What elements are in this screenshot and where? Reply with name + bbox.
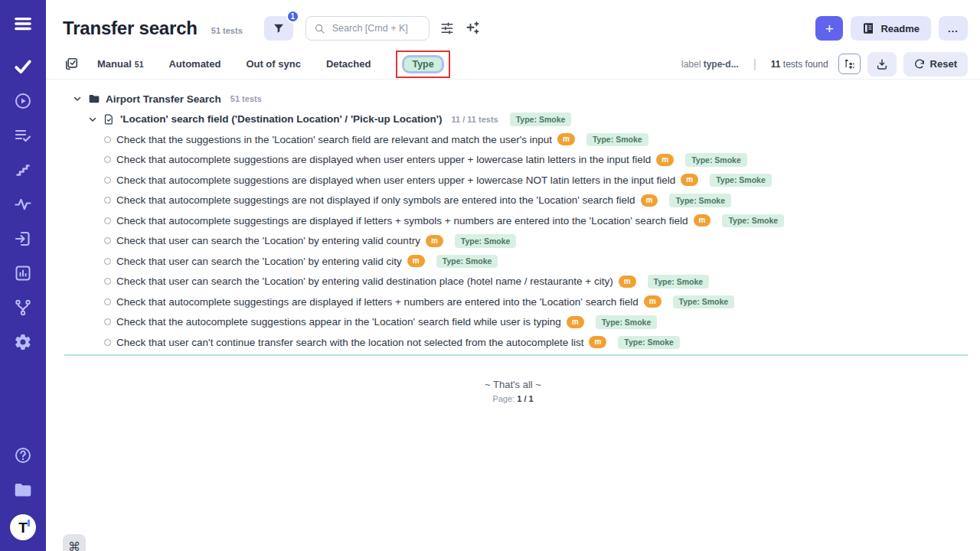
download-button[interactable] (867, 52, 897, 77)
test-case-row[interactable]: Check that autocomplete suggestings are … (46, 191, 980, 211)
type-smoke-badge: Type: Smoke (455, 234, 517, 248)
test-case-title: Check that autocomplete suggestings are … (116, 296, 639, 308)
test-case-row[interactable]: Check that user can search the 'Location… (46, 251, 980, 272)
test-case-row[interactable]: Check that the suggestions in the 'Locat… (46, 129, 980, 150)
keyboard-shortcuts-button[interactable]: ⌘ (63, 534, 86, 551)
test-status-circle-icon (104, 237, 111, 244)
sidebar-item-activity[interactable] (13, 194, 33, 214)
tests-found-count: 11 (771, 59, 781, 70)
test-case-title: Check that user can search the 'Location… (116, 256, 402, 267)
tab-automated-label: Automated (168, 58, 220, 70)
test-status-circle-icon (104, 339, 111, 346)
topbar-actions: + Readme ... (815, 16, 968, 41)
test-case-row[interactable]: Check that the autocomplete suggestions … (46, 312, 980, 333)
list-footer: ~ That's all ~ Page: 1 / 1 (46, 379, 980, 403)
manual-badge: m (619, 276, 636, 288)
reset-button[interactable]: Reset (903, 52, 968, 77)
suite-row[interactable]: 'Location' search field ('Destination Lo… (46, 109, 980, 130)
avatar-accent (28, 520, 30, 527)
test-case-row[interactable]: Check that autocomplete suggestions are … (46, 170, 980, 191)
add-button[interactable]: + (815, 16, 843, 41)
sidebar-item-reports[interactable] (13, 263, 33, 283)
type-smoke-badge: Type: Smoke (669, 194, 731, 207)
help-button[interactable] (13, 445, 33, 465)
type-smoke-badge: Type: Smoke (510, 112, 572, 126)
tree-structure-icon (844, 58, 855, 70)
type-smoke-badge: Type: Smoke (648, 275, 710, 289)
page-title: Transfer search (63, 18, 198, 39)
main-area: Transfer search 51 tests 1 (46, 0, 980, 551)
test-case-row[interactable]: Check that autocomplete suggestings are … (46, 210, 980, 231)
red-annotation-box: Type (396, 51, 449, 78)
funnel-icon (273, 22, 285, 34)
branch-icon (14, 298, 32, 317)
view-settings-button[interactable] (440, 21, 454, 35)
test-status-circle-icon (104, 298, 111, 305)
sidebar-item-integrations[interactable] (13, 298, 33, 318)
list-check-icon (14, 126, 32, 145)
label-filter-value: type-d... (704, 59, 739, 70)
tree-view-toggle-button[interactable] (838, 54, 861, 74)
sidebar-item-test-cases[interactable] (13, 57, 33, 77)
help-icon (14, 446, 32, 465)
search-input[interactable] (331, 22, 421, 34)
menu-button[interactable] (13, 14, 33, 34)
readme-label: Readme (880, 23, 920, 34)
more-actions-button[interactable]: ... (939, 16, 968, 41)
test-case-title: Check that autocomplete suggestions are … (116, 154, 651, 165)
test-case-row[interactable]: Check that user can search the 'Location… (46, 272, 980, 292)
sidebar: T (0, 0, 46, 551)
sliders-icon (440, 21, 454, 35)
manual-badge: m (589, 336, 606, 348)
ai-assist-button[interactable] (465, 21, 480, 36)
checkmark-icon (13, 57, 33, 77)
test-status-circle-icon (104, 177, 111, 184)
book-icon (862, 22, 874, 34)
select-all-button[interactable] (64, 57, 79, 71)
test-case-row[interactable]: Check that user can search the 'Location… (46, 231, 980, 252)
sparkles-plus-icon (465, 21, 480, 36)
test-case-title: Check that user can search the 'Location… (116, 276, 613, 287)
sidebar-item-settings[interactable] (13, 332, 33, 352)
folder-row[interactable]: Airport Transfer Search 51 tests (46, 89, 980, 109)
tab-detached[interactable]: Detached (326, 58, 371, 70)
test-case-title: Check that user can search the 'Location… (116, 235, 420, 246)
chevron-down-icon[interactable] (87, 114, 98, 125)
reset-label: Reset (930, 58, 957, 70)
test-case-list: Check that the suggestions in the 'Locat… (46, 129, 980, 353)
type-smoke-badge: Type: Smoke (436, 255, 498, 269)
manual-badge: m (656, 154, 674, 166)
sidebar-item-import[interactable] (13, 229, 33, 249)
sidebar-item-runs[interactable] (13, 91, 33, 111)
test-status-circle-icon (104, 318, 111, 325)
test-case-row[interactable]: Check that user can't continue transfer … (46, 332, 980, 353)
sidebar-item-test-plans[interactable] (13, 126, 33, 145)
type-smoke-badge: Type: Smoke (722, 214, 784, 228)
sidebar-item-milestones[interactable] (13, 160, 33, 180)
test-case-title: Check that user can't continue transfer … (116, 337, 583, 348)
readme-button[interactable]: Readme (851, 16, 931, 41)
manual-badge: m (641, 194, 658, 207)
tab-automated[interactable]: Automated (168, 58, 220, 70)
test-case-row[interactable]: Check that autocomplete suggestions are … (46, 150, 980, 171)
filter-button[interactable]: 1 (264, 16, 293, 41)
end-of-list-text: ~ That's all ~ (485, 379, 541, 390)
folder-test-count: 51 tests (230, 94, 262, 103)
type-smoke-badge: Type: Smoke (586, 133, 648, 147)
bar-chart-icon (14, 264, 32, 282)
type-filter-chip[interactable]: Type (402, 55, 443, 73)
test-status-circle-icon (104, 156, 111, 163)
suite-name: 'Location' search field ('Destination Lo… (120, 113, 443, 125)
hamburger-menu-icon (13, 14, 33, 34)
test-case-row[interactable]: Check that autocomplete suggestings are … (46, 292, 980, 312)
test-status-circle-icon (104, 197, 111, 204)
chevron-down-icon[interactable] (72, 93, 83, 104)
avatar[interactable]: T (10, 514, 36, 540)
documents-button[interactable] (13, 480, 33, 500)
test-tree: Airport Transfer Search 51 tests 'Locati… (46, 80, 980, 551)
document-check-icon (103, 113, 115, 126)
test-status-circle-icon (104, 136, 111, 143)
download-icon (876, 58, 888, 70)
tab-manual[interactable]: Manual 51 (97, 58, 143, 70)
tab-out-of-sync[interactable]: Out of sync (246, 58, 301, 70)
